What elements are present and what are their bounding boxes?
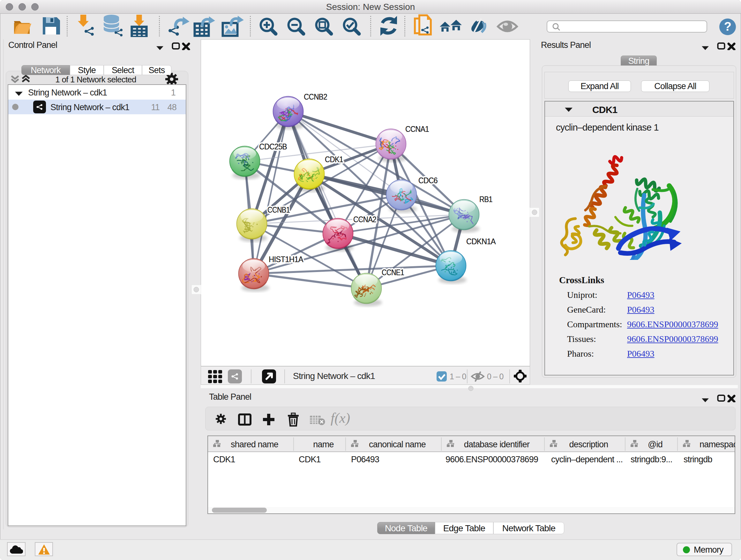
svg-text:CCNB2: CCNB2 — [304, 92, 327, 102]
svg-text:CDK1: CDK1 — [325, 154, 343, 164]
svg-text:CDKN1A: CDKN1A — [466, 237, 496, 246]
svg-text:CCNA2: CCNA2 — [353, 214, 376, 224]
svg-text:?: ? — [724, 20, 731, 33]
svg-text:CDC6: CDC6 — [418, 176, 437, 185]
svg-text:CCNA1: CCNA1 — [405, 124, 429, 134]
svg-text:CCNE1: CCNE1 — [382, 267, 404, 277]
svg-text:CDC25B: CDC25B — [259, 142, 287, 151]
svg-text:HIST1H1A: HIST1H1A — [269, 254, 304, 264]
svg-text:RB1: RB1 — [479, 194, 492, 204]
svg-text:CCNB1: CCNB1 — [267, 205, 290, 214]
